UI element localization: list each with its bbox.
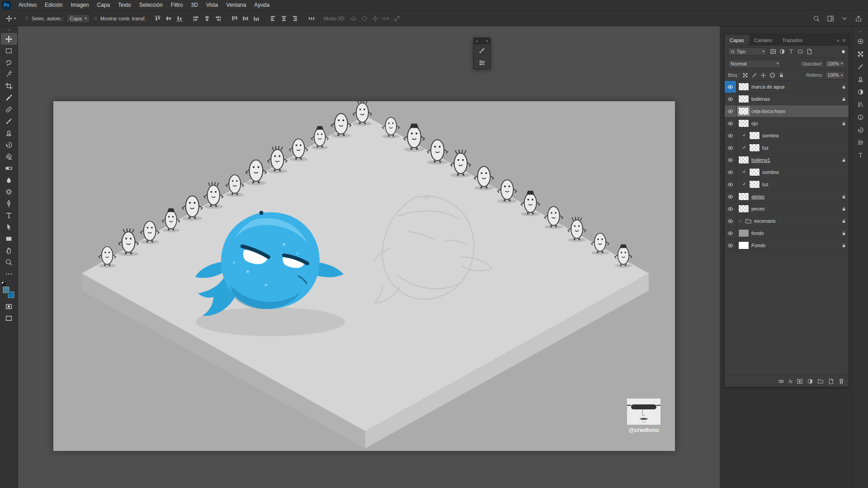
crop-tool[interactable] [1,80,17,92]
visibility-eye-icon[interactable] [725,142,736,154]
rectangle-tool[interactable] [1,233,17,244]
visibility-eye-icon[interactable] [725,81,736,93]
layer-name[interactable]: ojo [751,121,758,126]
type-tool[interactable] [1,209,17,221]
app-logo-icon[interactable]: Ps [2,1,11,9]
layer-row-ceja-boca-hoyo[interactable]: ceja-boca-hoyo [725,105,849,117]
layer-thumbnail[interactable] [749,168,760,176]
layer-row-luz[interactable]: luz [725,178,849,191]
distribute-bottom-edges-icon[interactable] [251,14,261,23]
move-tool[interactable] [1,33,17,45]
hand-tool[interactable] [1,244,17,256]
layer-row-escenario[interactable]: escenario [725,215,849,227]
visibility-eye-icon[interactable] [725,93,736,105]
visibility-eye-icon[interactable] [725,130,736,141]
menu-edicion[interactable]: Edición [41,0,66,10]
layer-thumbnail[interactable] [738,83,749,91]
align-right-edges-icon[interactable] [213,14,223,23]
align-top-edges-icon[interactable] [153,14,163,23]
layer-thumbnail[interactable] [738,192,749,201]
new-group-button[interactable] [817,378,824,385]
panel-menu-icon[interactable]: ≡ [843,38,845,43]
layer-name[interactable]: fondo [751,230,764,236]
menu-ventana[interactable]: Ventana [222,0,250,10]
lock-pixels-icon[interactable] [750,71,758,79]
distribute-vertical-centers-icon[interactable] [241,14,250,23]
clone-stamp-tool[interactable] [1,127,17,139]
visibility-eye-icon[interactable] [725,239,736,251]
document-canvas[interactable]: @credlonu [53,101,675,451]
menu-imagen[interactable]: Imagen [66,0,93,10]
align-horizontal-centers-icon[interactable] [202,14,212,23]
visibility-eye-icon[interactable] [725,215,736,227]
layer-row-fondo[interactable]: fondo [725,227,849,239]
quick-mask-button[interactable] [1,300,17,312]
history-panel-button[interactable] [855,124,867,136]
checkbox-icon[interactable] [93,16,98,21]
healing-brush-tool[interactable] [1,103,17,115]
distribute-horizontal-centers-icon[interactable] [279,14,289,23]
layer-thumbnail[interactable] [749,180,760,188]
align-left-edges-icon[interactable] [191,14,201,23]
auto-select-target-dropdown[interactable]: Capa▾ [66,14,90,23]
layer-thumbnail[interactable] [738,205,749,213]
show-transform-checkbox[interactable]: Mostrar contr. transf. [93,16,146,21]
gradient-tool[interactable] [1,162,17,174]
visibility-eye-icon[interactable] [725,227,736,239]
new-layer-button[interactable] [828,378,834,385]
layer-name[interactable]: Fondo [751,243,765,248]
layer-name[interactable]: peces [751,206,764,211]
layer-name[interactable]: luz [762,182,769,187]
eyedropper-tool[interactable] [1,92,17,103]
menu-capa[interactable]: Capa [93,0,114,10]
default-colors-icon[interactable] [1,282,6,286]
layer-thumbnail[interactable] [749,131,760,140]
new-adjustment-layer-button[interactable] [807,378,813,385]
tab-trazados[interactable]: Trazados [777,35,807,45]
layer-name[interactable]: ceja-boca-hoyo [751,108,785,114]
brush-tool[interactable] [1,115,17,127]
blend-mode-dropdown[interactable]: Normal▾ [728,60,781,68]
tab-capas[interactable]: Capas [725,35,749,45]
panel-collapse-icon[interactable]: » [836,38,839,43]
toolbar-collapse-icon[interactable]: » [8,27,9,33]
link-layers-button[interactable] [778,378,784,385]
expand-panels-icon[interactable]: « [859,29,861,34]
properties-panel-button[interactable] [855,137,867,148]
menu-filtro[interactable]: Filtro [167,0,187,10]
filter-kind-dropdown[interactable]: Tipo ▾ [728,47,767,56]
kind-smart-icon[interactable] [805,47,813,56]
layer-row-sombra[interactable]: sombra [725,130,849,142]
layer-name[interactable]: escenario [754,218,776,224]
kind-shape-icon[interactable] [796,47,804,56]
layer-name[interactable]: luz [762,145,769,150]
dodge-tool[interactable] [1,186,17,197]
layer-row-aletas[interactable]: aletas [725,191,849,203]
layer-row-marca-de-agua[interactable]: marca de agua [725,81,849,93]
layer-row-ballena1[interactable]: ballena1 [725,154,849,166]
tool-options-button[interactable] [474,56,490,69]
visibility-eye-icon[interactable] [725,154,736,166]
swatches-panel-button[interactable] [855,48,867,60]
visibility-eye-icon[interactable] [725,117,736,129]
visibility-eye-icon[interactable] [725,105,736,117]
lock-all-icon[interactable] [778,71,785,79]
fill-dropdown[interactable]: 100%▾ [825,71,845,80]
layer-thumbnail[interactable] [738,241,749,249]
layer-name[interactable]: aletas [751,194,764,199]
chevron-down-icon[interactable] [840,14,849,23]
layer-row-sombra[interactable]: sombra [725,166,849,178]
visibility-eye-icon[interactable] [725,178,736,190]
layer-row-ojo[interactable]: ojo [725,117,849,130]
quick-selection-tool[interactable] [1,68,17,80]
clone-source-panel-button[interactable] [855,74,867,85]
layer-row-peces[interactable]: peces [725,203,849,215]
libraries-panel-button[interactable] [855,99,867,110]
layer-name[interactable]: marca de agua [751,84,784,89]
lock-transparency-icon[interactable] [741,71,749,79]
pen-tool[interactable] [1,197,17,209]
info-panel-button[interactable] [855,112,867,123]
group-expand-icon[interactable] [738,219,743,223]
edit-toolbar-button[interactable] [1,268,17,280]
blur-tool[interactable] [1,174,17,186]
